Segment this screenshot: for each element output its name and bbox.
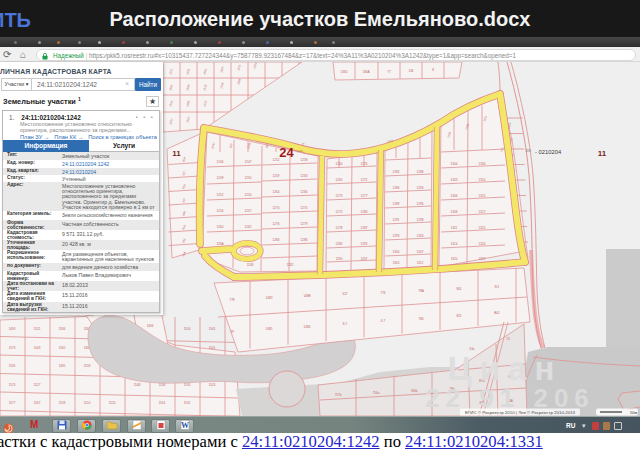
svg-text:1365: 1365 <box>341 70 348 74</box>
svg-text:1282: 1282 <box>393 170 400 174</box>
svg-text:1305: 1305 <box>393 261 400 265</box>
svg-text:1521: 1521 <box>34 327 41 331</box>
svg-text:1314: 1314 <box>479 178 486 182</box>
svg-text:1270: 1270 <box>273 206 280 210</box>
svg-text:24: 24 <box>279 145 294 160</box>
svg-text:1565: 1565 <box>59 346 66 350</box>
svg-text:1264: 1264 <box>336 162 343 166</box>
svg-text:136A: 136A <box>362 70 370 74</box>
svg-text:126A: 126A <box>216 242 224 246</box>
svg-text:784: 784 <box>418 317 423 321</box>
svg-text:1286: 1286 <box>301 238 308 242</box>
svg-text:1254: 1254 <box>245 193 252 197</box>
svg-text:1543: 1543 <box>34 346 41 350</box>
svg-text:1495: 1495 <box>59 364 66 368</box>
svg-text:- 0210204: - 0210204 <box>535 149 562 155</box>
svg-text:1283: 1283 <box>273 238 280 242</box>
svg-text:1248: 1248 <box>247 263 254 267</box>
svg-text:1308: 1308 <box>451 210 458 214</box>
svg-text:1548: 1548 <box>134 383 141 387</box>
svg-text:11: 11 <box>172 149 181 158</box>
svg-text:1303: 1303 <box>417 234 424 238</box>
svg-text:11: 11 <box>598 149 607 158</box>
svg-text:1259: 1259 <box>273 174 280 178</box>
svg-text:13: 13 <box>506 337 510 341</box>
svg-text:1574: 1574 <box>9 383 16 387</box>
svg-text:1275: 1275 <box>336 210 343 214</box>
svg-text:1561: 1561 <box>159 401 166 405</box>
svg-text:79: 79 <box>230 330 234 334</box>
svg-text:1290: 1290 <box>336 257 343 261</box>
svg-text:1292: 1292 <box>361 242 368 246</box>
svg-text:1324: 1324 <box>479 242 486 246</box>
svg-text:1264: 1264 <box>273 190 280 194</box>
svg-text:1279: 1279 <box>301 222 308 226</box>
svg-text:1249: 1249 <box>217 176 224 180</box>
svg-text:756a: 756a <box>373 391 380 395</box>
svg-text:776: 776 <box>380 291 385 295</box>
svg-text:1265: 1265 <box>336 178 343 182</box>
svg-text:1260: 1260 <box>217 225 224 229</box>
svg-text:1266: 1266 <box>301 190 308 194</box>
svg-text:1276: 1276 <box>273 222 280 226</box>
svg-text:1577: 1577 <box>9 401 16 405</box>
svg-text:1243: 1243 <box>297 149 304 153</box>
svg-text:1257: 1257 <box>245 209 252 213</box>
svg-text:1300: 1300 <box>393 250 400 254</box>
svg-text:1298: 1298 <box>417 218 424 222</box>
svg-text:1558: 1558 <box>84 364 91 368</box>
svg-text:1284: 1284 <box>393 186 400 190</box>
svg-text:1320: 1320 <box>451 257 458 261</box>
svg-text:627: 627 <box>342 292 347 296</box>
svg-text:801: 801 <box>456 287 461 291</box>
svg-text:1484: 1484 <box>304 325 311 329</box>
svg-text:1293: 1293 <box>393 234 400 238</box>
svg-text:1246: 1246 <box>217 160 224 164</box>
svg-text:1330: 1330 <box>479 162 486 166</box>
svg-text:ЕГИС © Росреестр 2010 | Лев ©: ЕГИС © Росреестр 2010 | Лев © Росреестр … <box>465 410 576 415</box>
svg-text:W: W <box>181 421 189 430</box>
svg-text:1285: 1285 <box>336 242 343 246</box>
svg-text:1496: 1496 <box>147 324 154 328</box>
svg-text:1311: 1311 <box>451 226 458 230</box>
svg-text:757b: 757b <box>335 393 342 397</box>
svg-text:1567: 1567 <box>34 401 41 405</box>
svg-text:1256: 1256 <box>217 209 224 213</box>
svg-text:8: 8 <box>432 68 434 72</box>
svg-text:50м: 50м <box>630 410 637 415</box>
svg-text:1314: 1314 <box>451 242 458 246</box>
svg-text:1274: 1274 <box>301 206 308 210</box>
svg-text:1312: 1312 <box>417 261 424 265</box>
svg-text:1584: 1584 <box>59 327 66 331</box>
svg-text:1315: 1315 <box>479 194 486 198</box>
svg-text:1558: 1558 <box>59 401 66 405</box>
svg-text:1493: 1493 <box>9 327 16 331</box>
svg-text:1252: 1252 <box>217 193 224 197</box>
svg-text:1258: 1258 <box>301 158 308 162</box>
svg-text:Циан: Циан <box>448 350 563 387</box>
svg-text:8/1: 8/1 <box>495 285 500 289</box>
svg-text:1289: 1289 <box>393 202 400 206</box>
svg-text:6.7: 6.7 <box>381 319 386 323</box>
svg-text:1288: 1288 <box>417 170 424 174</box>
svg-text:148B: 148B <box>303 294 310 298</box>
svg-text:1271: 1271 <box>361 178 368 182</box>
svg-text:1510: 1510 <box>84 401 91 405</box>
svg-text:1296: 1296 <box>417 202 424 206</box>
svg-text:1287: 1287 <box>361 226 368 230</box>
svg-text:821: 821 <box>456 314 461 318</box>
svg-text:B01: B01 <box>494 311 500 315</box>
svg-text:1280: 1280 <box>361 210 368 214</box>
svg-text:1573: 1573 <box>9 346 16 350</box>
svg-text:136: 136 <box>408 69 413 73</box>
svg-text:1297: 1297 <box>361 257 368 261</box>
svg-text:1524: 1524 <box>109 401 116 405</box>
svg-text:77: 77 <box>387 70 391 74</box>
svg-text:1321: 1321 <box>479 226 486 230</box>
svg-text:1291: 1291 <box>393 218 400 222</box>
svg-text:8.7: 8.7 <box>343 322 348 326</box>
svg-text:1304: 1304 <box>451 162 458 166</box>
svg-text:78A: 78A <box>418 289 424 293</box>
svg-text:1327: 1327 <box>479 257 486 261</box>
svg-text:1247: 1247 <box>245 160 252 164</box>
